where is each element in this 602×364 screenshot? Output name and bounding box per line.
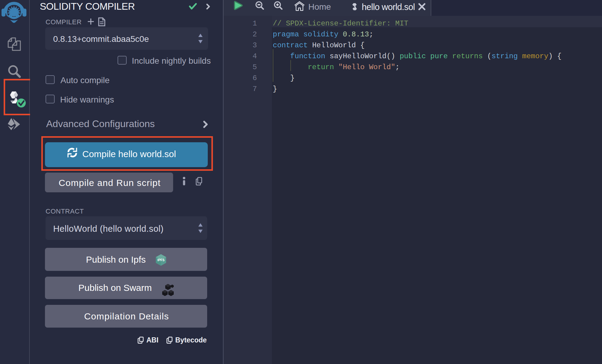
svg-text:IPFS: IPFS xyxy=(157,258,164,262)
